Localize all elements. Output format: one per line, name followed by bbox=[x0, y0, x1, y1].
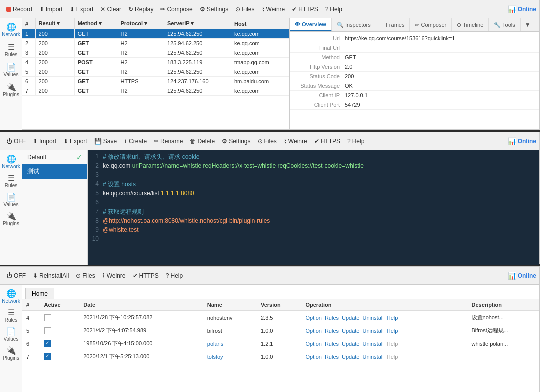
tab-inspectors[interactable]: 🔍 Inspectors bbox=[332, 18, 376, 31]
reinstall-button[interactable]: ⬇ ReinstallAll bbox=[30, 271, 72, 281]
rename-button[interactable]: ✏ Rename bbox=[151, 136, 186, 146]
sidebar-item-plugins3[interactable]: 🔌 Plugins bbox=[0, 344, 22, 363]
tab-tools[interactable]: 🔧 Tools bbox=[489, 18, 521, 31]
replay-button[interactable]: ↻ Replay bbox=[126, 4, 156, 14]
inspector-panel: 👁 Overview 🔍 Inspectors ≡ Frames ✏ Compo… bbox=[290, 18, 540, 130]
home-tab[interactable]: Home bbox=[26, 288, 54, 299]
sidebar-item-values3[interactable]: 📄 Values bbox=[0, 325, 22, 344]
sidebar-item-network[interactable]: 🌐 Network bbox=[0, 20, 22, 39]
https-button-rules[interactable]: ✔ HTTPS bbox=[312, 136, 344, 146]
checkbox-inactive[interactable] bbox=[44, 327, 52, 334]
col-result[interactable]: Result ▾ bbox=[36, 18, 74, 29]
plugin-name-link[interactable]: polaris bbox=[208, 341, 224, 347]
record-button[interactable]: Record bbox=[4, 4, 36, 14]
table-row[interactable]: 6 200 GET HTTPS 124.237.176.160 hm.baidu… bbox=[22, 77, 290, 86]
sidebar-item-network2[interactable]: 🌐 Network bbox=[0, 152, 22, 171]
tab-more[interactable]: ▼ bbox=[521, 18, 535, 31]
delete-button[interactable]: 🗑 Delete bbox=[187, 136, 218, 146]
cell-p-active[interactable] bbox=[40, 311, 80, 324]
op-option[interactable]: Option bbox=[306, 341, 322, 347]
cell-method: GET bbox=[74, 67, 118, 77]
table-row[interactable]: 2 200 GET H2 125.94.62.250 ke.qq.com bbox=[22, 39, 290, 48]
op-uninstall[interactable]: Uninstall bbox=[363, 341, 384, 347]
op-uninstall[interactable]: Uninstall bbox=[363, 328, 384, 334]
import-button[interactable]: ⬆ Import bbox=[36, 4, 66, 14]
op-help[interactable]: Help bbox=[387, 328, 398, 334]
table-row[interactable]: 7 200 GET H2 125.94.62.250 ke.qq.com bbox=[22, 86, 290, 96]
https-button-plugins[interactable]: ✔ HTTPS bbox=[130, 271, 162, 281]
checkbox-active[interactable] bbox=[44, 353, 52, 360]
op-update[interactable]: Update bbox=[342, 354, 360, 360]
table-row[interactable]: 3 200 GET H2 125.94.62.250 ke.qq.com bbox=[22, 48, 290, 58]
line-content bbox=[103, 235, 540, 243]
op-update[interactable]: Update bbox=[342, 341, 360, 347]
op-uninstall[interactable]: Uninstall bbox=[363, 315, 384, 321]
help-button[interactable]: ? Help bbox=[322, 4, 346, 14]
weinre-button[interactable]: ⌇ Weinre bbox=[259, 4, 288, 14]
cell-p-num: 5 bbox=[22, 324, 40, 337]
tab-overview[interactable]: 👁 Overview bbox=[290, 18, 332, 31]
op-rules[interactable]: Rules bbox=[325, 328, 339, 334]
tab-composer[interactable]: ✏ Composer bbox=[410, 18, 452, 31]
save-button[interactable]: 💾 Save bbox=[92, 136, 120, 146]
https-button[interactable]: ✔ HTTPS bbox=[289, 4, 321, 14]
sidebar-item-values2[interactable]: 📄 Values bbox=[0, 190, 22, 209]
op-option[interactable]: Option bbox=[306, 315, 322, 321]
col-host[interactable]: Host bbox=[231, 18, 289, 29]
clear-button[interactable]: ✕ Clear bbox=[98, 4, 124, 14]
plugin-name-link[interactable]: tolstoy bbox=[208, 354, 224, 360]
rule-item-default[interactable]: Default ✓ bbox=[22, 150, 88, 164]
create-button[interactable]: + Create bbox=[121, 136, 150, 146]
files-button-rules[interactable]: ⊙ Files bbox=[255, 136, 280, 146]
op-option[interactable]: Option bbox=[306, 354, 322, 360]
code-editor[interactable]: 1 # 修改请求url、请求头、请求 cookie 2 ke.qq.com ur… bbox=[88, 150, 540, 265]
cell-p-active[interactable] bbox=[40, 324, 80, 337]
table-row[interactable]: 5 200 GET H2 125.94.62.250 ke.qq.com bbox=[22, 67, 290, 77]
op-rules[interactable]: Rules bbox=[325, 315, 339, 321]
op-update[interactable]: Update bbox=[342, 328, 360, 334]
cell-p-active[interactable] bbox=[40, 337, 80, 350]
tab-timeline[interactable]: ⊙ Timeline bbox=[452, 18, 489, 31]
weinre-button-plugins[interactable]: ⌇ Weinre bbox=[100, 271, 129, 281]
checkbox-inactive[interactable] bbox=[44, 314, 52, 321]
op-uninstall[interactable]: Uninstall bbox=[363, 354, 384, 360]
off-button-plugins[interactable]: ⏻ OFF bbox=[4, 271, 29, 281]
cell-method: GET bbox=[74, 48, 118, 58]
op-help[interactable]: Help bbox=[387, 315, 398, 321]
help-button-rules[interactable]: ? Help bbox=[344, 136, 368, 146]
help-button-plugins[interactable]: ? Help bbox=[163, 271, 186, 281]
table-row[interactable]: 4 200 POST H2 183.3.225.119 tmapp.qq.com bbox=[22, 58, 290, 67]
op-update[interactable]: Update bbox=[342, 315, 360, 321]
rule-item-test[interactable]: 测试 bbox=[22, 164, 88, 179]
compose-button[interactable]: ✏ Compose bbox=[158, 4, 196, 14]
line-number: 6 bbox=[88, 199, 103, 207]
sidebar-item-values[interactable]: 📄 Values bbox=[0, 60, 22, 79]
sidebar-item-plugins[interactable]: 🔌 Plugins bbox=[0, 80, 22, 99]
col-serverip[interactable]: ServerIP ▾ bbox=[164, 18, 231, 29]
tab-frames[interactable]: ≡ Frames bbox=[376, 18, 410, 31]
col-method[interactable]: Method ▾ bbox=[74, 18, 118, 29]
op-option[interactable]: Option bbox=[306, 328, 322, 334]
toolbar-rules: ⏻ OFF ⬆ Import ⬇ Export 💾 Save + Create … bbox=[0, 132, 540, 150]
weinre-button-rules[interactable]: ⌇ Weinre bbox=[281, 136, 310, 146]
settings-button[interactable]: ⚙ Settings bbox=[197, 4, 232, 14]
cell-p-date: 2021/1/28 下午10:25:57.082 bbox=[80, 311, 204, 324]
files-button-plugins[interactable]: ⊙ Files bbox=[73, 271, 98, 281]
table-row[interactable]: 1 200 GET H2 125.94.62.250 ke.qq.com bbox=[22, 29, 290, 39]
sidebar-item-rules3[interactable]: ☰ Rules bbox=[0, 306, 22, 325]
import-button-rules[interactable]: ⬆ Import bbox=[30, 136, 60, 146]
checkbox-active[interactable] bbox=[44, 340, 52, 347]
op-rules[interactable]: Rules bbox=[325, 354, 339, 360]
export-button[interactable]: ⬇ Export bbox=[67, 4, 97, 14]
off-button-rules[interactable]: ⏻ OFF bbox=[4, 136, 29, 146]
settings-button-rules[interactable]: ⚙ Settings bbox=[219, 136, 254, 146]
sidebar-item-plugins2[interactable]: 🔌 Plugins bbox=[0, 209, 22, 228]
cell-p-active[interactable] bbox=[40, 350, 80, 363]
sidebar-item-rules[interactable]: ☰ Rules bbox=[0, 40, 22, 59]
op-rules[interactable]: Rules bbox=[325, 341, 339, 347]
sidebar-item-rules2[interactable]: ☰ Rules bbox=[0, 171, 22, 190]
sidebar-item-network3[interactable]: 🌐 Network bbox=[0, 287, 22, 306]
export-button-rules[interactable]: ⬇ Export bbox=[60, 136, 90, 146]
col-protocol[interactable]: Protocol ▾ bbox=[118, 18, 164, 29]
files-button[interactable]: ⊙ Files bbox=[232, 4, 258, 14]
